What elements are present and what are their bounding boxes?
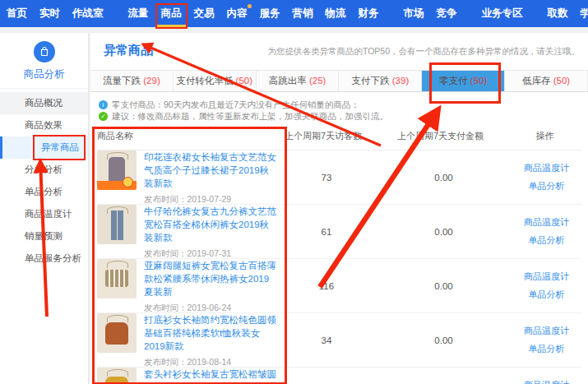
tab-label: 低库存 [522, 76, 551, 86]
table-row: 印花连衣裙女长袖复古文艺范女气质高个子过膝长裙子2019秋装新款 发布时间：20… [97, 150, 581, 205]
tab-count: (50) [553, 76, 570, 86]
annotation-box-nav-goods [155, 3, 188, 29]
sidebar-item-sales-forecast[interactable]: 销量预测 [0, 225, 88, 248]
sidebar-item-abnormal-goods[interactable]: 异常商品 [0, 136, 88, 159]
product-title-link[interactable]: 打底衫女长袖简约宽松纯色圆领基础百搭纯棉柔软t恤秋装女2019新款 [144, 313, 277, 353]
tab-payment-drop[interactable]: 支付下跌 (39) [339, 71, 422, 91]
payment-value: 0.00 [376, 173, 512, 183]
app-window: 首页 实时 作战室 流量 商品 交易 内容 服务 营销 物流 财务 市场 竞争 … [0, 0, 588, 384]
visitors-value: 116 [277, 281, 376, 291]
new-badge [248, 4, 252, 8]
tab-count: (50) [236, 76, 252, 86]
nav-item-contents[interactable]: 内容 [227, 0, 248, 27]
sidebar-item-goods-overview[interactable]: 商品概况 [0, 92, 88, 114]
tab-label: 支付转化率低 [176, 76, 233, 86]
table-row: 套头衬衫女长袖复古宽松褶皱圆领百搭休闲体恤上衣女2019秋装新款 发布时间：20… [97, 368, 581, 384]
action-thermometer-link[interactable]: 商品温度计 [524, 325, 569, 337]
nav-item-marketing[interactable]: 营销 [293, 0, 313, 27]
tab-low-stock[interactable]: 低库存 (50) [505, 71, 588, 91]
sidebar: 商品分析 商品概况 商品效果 异常商品 分类分析 单品分析 商品温度计 销量预测… [0, 33, 89, 384]
nav-item-trade[interactable]: 交易 [194, 0, 215, 27]
top-nav: 首页 实时 作战室 流量 商品 交易 内容 服务 营销 物流 财务 市场 竞争 … [0, 0, 588, 27]
main-content: 异常商品 为您提供各类异常商品的TOP50，会有一个商品存在多种异常的情况，请关… [90, 33, 588, 384]
sidebar-item-category-analysis[interactable]: 分类分析 [0, 159, 88, 181]
promo-badge [97, 181, 137, 190]
col-header-visitors: 上个周期7天访客数 [274, 130, 373, 142]
product-thumbnail[interactable] [97, 259, 137, 298]
product-title-link[interactable]: 亚麻阔腿短裤女宽松复古百搭薄款松紧腰系带休闲热裤女2019夏装新 [144, 259, 277, 298]
tab-traffic-drop[interactable]: 流量下跌 (29) [90, 71, 174, 91]
nav-item-logistics[interactable]: 物流 [326, 0, 346, 27]
payment-value: 0.00 [376, 227, 512, 237]
action-thermometer-link[interactable]: 商品温度计 [524, 271, 569, 283]
tab-count: (25) [309, 76, 326, 86]
sidebar-section-title: 商品分析 [0, 67, 88, 81]
garment-shape [111, 211, 123, 240]
action-analysis-link[interactable]: 单品分析 [529, 180, 565, 192]
col-header-actions: 操作 [508, 130, 581, 142]
sidebar-header: 商品分析 [0, 33, 88, 89]
sidebar-item-single-item-service[interactable]: 单品服务分析 [0, 248, 88, 270]
nav-item-home[interactable]: 首页 [7, 0, 27, 27]
tab-high-bounce[interactable]: 高跳出率 (25) [257, 71, 340, 91]
product-title-link[interactable]: 印花连衣裙女长袖复古文艺范女气质高个子过膝长裙子2019秋装新款 [144, 150, 277, 190]
nav-item-finance[interactable]: 财务 [359, 0, 379, 27]
garment-shape [105, 377, 128, 384]
table-row: 亚麻阔腿短裤女宽松复古百搭薄款松紧腰系带休闲热裤女2019夏装新 发布时间：20… [97, 259, 581, 313]
product-thumbnail[interactable] [97, 150, 137, 190]
product-thumbnail[interactable] [97, 205, 137, 244]
visitors-value: 73 [277, 173, 376, 183]
sidebar-item-single-item-analysis[interactable]: 单品分析 [0, 181, 88, 203]
payment-value: 0.00 [376, 281, 512, 291]
nav-item-contents-label: 内容 [227, 7, 248, 19]
col-header-payment: 上个周期7天支付金额 [373, 130, 508, 142]
notice-text: 零支付商品：90天内发布且最近7天内没有产生任何销量的商品； [112, 99, 359, 110]
check-icon: ✓ [99, 112, 108, 121]
notice-definition: i 零支付商品：90天内发布且最近7天内没有产生任何销量的商品； [99, 99, 588, 110]
nav-item-data-fetch[interactable]: 取数 [548, 0, 568, 27]
nav-item-goods[interactable]: 商品 [161, 0, 182, 27]
nav-item-warroom[interactable]: 作战室 [72, 0, 104, 27]
product-thumbnail[interactable] [97, 368, 137, 384]
nav-item-traffic[interactable]: 流量 [128, 0, 149, 27]
col-header-product-name: 商品名称 [97, 130, 274, 142]
action-thermometer-link[interactable]: 商品温度计 [524, 216, 569, 229]
action-thermometer-link[interactable]: 商品温度计 [524, 162, 569, 174]
abnormal-goods-table: 商品名称 上个周期7天访客数 上个周期7天支付金额 操作 印花连衣裙女长袖复古文… [97, 130, 581, 384]
nav-item-realtime[interactable]: 实时 [39, 0, 60, 27]
tab-low-conversion[interactable]: 支付转化率低 (50) [174, 71, 257, 91]
nav-item-market[interactable]: 市场 [404, 0, 424, 27]
product-title-link[interactable]: 牛仔哈伦裤女复古九分裤文艺范宽松百搭全棉休闲裤女2019秋装新款 [144, 205, 277, 244]
table-row: 打底衫女长袖简约宽松纯色圆领基础百搭纯棉柔软t恤秋装女2019新款 发布时间：2… [97, 313, 581, 368]
table-row: 牛仔哈伦裤女复古九分裤文艺范宽松百搭全棉休闲裤女2019秋装新款 发布时间：20… [97, 205, 581, 259]
page-title: 异常商品 [104, 43, 153, 58]
action-analysis-link[interactable]: 单品分析 [529, 234, 565, 247]
notices: i 零支付商品：90天内发布且最近7天内没有产生任何销量的商品； ✓ 建议：修改… [99, 99, 588, 122]
product-thumbnail[interactable] [97, 313, 137, 353]
nav-item-business-zone[interactable]: 业务专区 [482, 0, 523, 27]
tab-bar: 流量下跌 (29) 支付转化率低 (50) 高跳出率 (25) 支付下跌 (39… [90, 70, 588, 92]
nav-item-academy[interactable]: 学院 [581, 0, 588, 27]
tab-label: 流量下跌 [103, 76, 141, 86]
tab-count: (29) [143, 76, 160, 86]
goods-analysis-icon [34, 41, 55, 62]
action-analysis-link[interactable]: 单品分析 [529, 289, 565, 301]
notice-suggestion: ✓ 建议：修改商品标题，属性等重新发布上架，加强关联商品，加强引流。 [99, 111, 588, 122]
page-note: 为您提供各类异常商品的TOP50，会有一个商品存在多种异常的情况，请关注哦。 [267, 43, 580, 58]
product-title-link[interactable]: 套头衬衫女长袖复古宽松褶皱圆领百搭休闲体恤上衣女2019秋装新款 [144, 368, 277, 384]
tab-label: 支付下跌 [352, 76, 390, 86]
sidebar-item-goods-thermometer[interactable]: 商品温度计 [0, 203, 88, 225]
nav-item-competition[interactable]: 竞争 [437, 0, 457, 27]
nav-item-service[interactable]: 服务 [260, 0, 280, 27]
visitors-value: 61 [277, 227, 376, 237]
info-icon: i [99, 100, 108, 109]
action-thermometer-link[interactable]: 商品温度计 [524, 379, 569, 384]
sidebar-item-goods-effect[interactable]: 商品效果 [0, 114, 88, 136]
tab-zero-payment[interactable]: 零支付 (50) [422, 71, 505, 91]
annotation-box-tab-zero-payment [429, 62, 501, 104]
action-analysis-link[interactable]: 单品分析 [529, 343, 565, 355]
payment-value: 0.00 [376, 335, 512, 345]
tab-label: 高跳出率 [269, 76, 307, 86]
tab-count: (39) [392, 76, 409, 86]
garment-shape [105, 270, 128, 287]
